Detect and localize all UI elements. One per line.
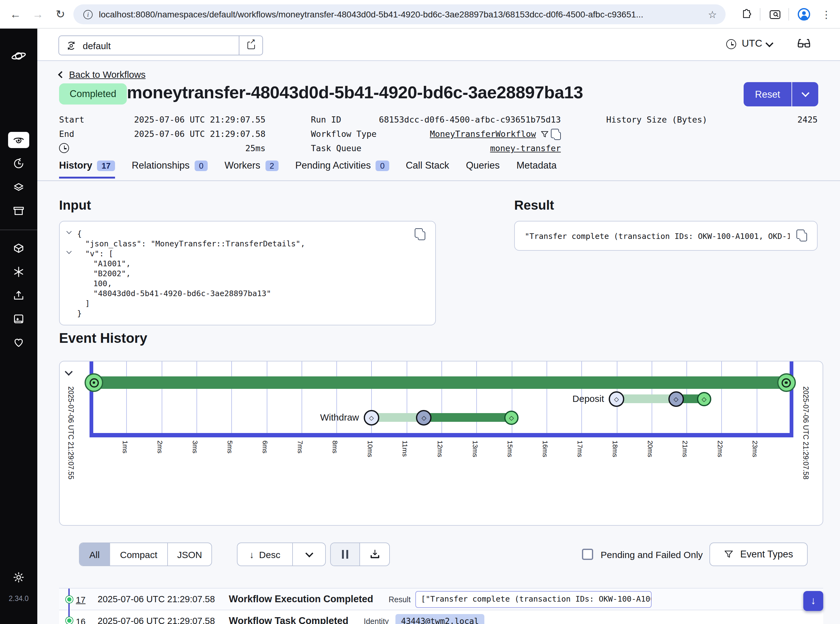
- gridline: [196, 361, 197, 433]
- temporal-logo-icon[interactable]: [8, 48, 29, 64]
- event-row[interactable]: 172025-07-06 UTC 21:29:07.58Workflow Exe…: [59, 588, 823, 610]
- result-heading: Result: [514, 198, 554, 213]
- workflow-type-value[interactable]: MoneyTransferWorkflow: [311, 129, 536, 139]
- back-to-workflows-link[interactable]: Back to Workflows: [59, 69, 145, 80]
- activity-scheduled-node[interactable]: ◇: [364, 410, 379, 425]
- json-text: ]: [85, 299, 90, 308]
- tab-history[interactable]: History17: [59, 160, 115, 179]
- address-bar[interactable]: i localhost:8080/namespaces/default/work…: [73, 5, 726, 24]
- sidebar-item-archive[interactable]: [8, 203, 29, 219]
- workflow-end-node[interactable]: [777, 373, 795, 392]
- workflow-execution-bar[interactable]: [91, 376, 786, 389]
- pending-failed-checkbox[interactable]: [582, 549, 593, 560]
- reset-dropdown-button[interactable]: [792, 82, 818, 107]
- sort-desc-button[interactable]: ↓ Desc: [237, 543, 293, 565]
- gridline: [161, 361, 162, 433]
- axis-tick-label: 8ms: [331, 440, 339, 454]
- sidebar-item-schedules[interactable]: [8, 156, 29, 172]
- timeline-collapse-button[interactable]: [66, 369, 71, 375]
- tab-label: Queries: [466, 160, 500, 171]
- event-types-button[interactable]: Event Types: [709, 542, 808, 566]
- event-id-link[interactable]: 17: [76, 595, 85, 605]
- tab-relationships[interactable]: Relationships0: [132, 160, 208, 179]
- menu-kebab-icon[interactable]: ⋮: [818, 0, 834, 29]
- status-badge: Completed: [59, 83, 127, 105]
- sidebar-item-codec[interactable]: [8, 264, 29, 280]
- tab-queries[interactable]: Queries: [466, 160, 500, 179]
- activity-scheduled-bar[interactable]: [617, 394, 676, 403]
- json-text: }: [77, 309, 82, 318]
- side-panel-icon[interactable]: [765, 0, 785, 29]
- timeline-end-label: 2025-07-06 UTC 21:29:07.58: [802, 386, 809, 479]
- json-line: "v": [: [68, 249, 410, 259]
- bookmark-star-icon[interactable]: ☆: [708, 8, 717, 20]
- tab-workers[interactable]: Workers2: [225, 160, 278, 179]
- task-queue-value[interactable]: money-transfer: [311, 143, 561, 153]
- tab-count-badge: 0: [376, 160, 389, 171]
- timezone-label[interactable]: UTC: [742, 38, 762, 49]
- tab-label: Pending Activities: [295, 160, 371, 171]
- view-option-json[interactable]: JSON: [168, 543, 211, 565]
- sidebar-item-docs[interactable]: [8, 311, 29, 327]
- json-key: "json_class": [85, 239, 142, 248]
- activity-started-node[interactable]: ◇: [668, 391, 684, 406]
- labs-glasses-icon[interactable]: [797, 37, 811, 52]
- timezone-chevron-icon[interactable]: [765, 39, 773, 47]
- run-id-value: 68153dcc-d0f6-4500-afbc-c93651b75d13: [311, 114, 561, 124]
- scroll-to-bottom-button[interactable]: ↓: [803, 591, 823, 611]
- input-copy-icon[interactable]: [418, 232, 425, 240]
- tab-metadata[interactable]: Metadata: [516, 160, 556, 179]
- event-history-timeline-panel: 1ms2ms3ms5ms6ms7ms8ms10ms11ms12ms13ms15m…: [59, 361, 823, 526]
- view-mode-group: AllCompactJSON: [79, 542, 212, 566]
- gridline: [756, 361, 757, 433]
- sidebar-item-feedback-heart[interactable]: [8, 335, 29, 351]
- tab-pending-activities[interactable]: Pending Activities0: [295, 160, 389, 179]
- json-text: :: [142, 239, 151, 248]
- result-copy-icon[interactable]: [800, 233, 807, 241]
- collapse-chevron-icon[interactable]: [66, 249, 72, 254]
- sort-dropdown-button[interactable]: [293, 543, 325, 565]
- workflow-start-node[interactable]: [85, 373, 103, 392]
- sidebar-item-batch-operations[interactable]: [8, 179, 29, 195]
- activity-label-deposit: Deposit: [523, 393, 604, 404]
- chevron-left-icon: [58, 71, 65, 78]
- sidebar-item-share[interactable]: [8, 287, 29, 304]
- workflow-metadata: Start 2025-07-06 UTC 21:29:07.55 End 202…: [59, 112, 823, 156]
- event-detail-label: Identity: [364, 617, 389, 624]
- activity-label-withdraw: Withdraw: [278, 412, 359, 422]
- event-dot: [66, 617, 72, 624]
- activity-started-node[interactable]: ◇: [416, 410, 432, 425]
- activity-completed-node[interactable]: ◇: [697, 392, 711, 406]
- url-text[interactable]: localhost:8080/namespaces/default/workfl…: [99, 9, 699, 19]
- theme-sun-icon[interactable]: [8, 569, 29, 585]
- temporal-spiral-icon: [89, 378, 99, 387]
- activity-scheduled-node[interactable]: ◇: [609, 391, 624, 406]
- profile-icon[interactable]: [793, 0, 814, 29]
- json-line: "B2002",: [68, 269, 410, 279]
- event-time: 2025-07-06 UTC 21:29:07.58: [98, 594, 215, 604]
- tab-call-stack[interactable]: Call Stack: [406, 160, 449, 179]
- pause-button[interactable]: [331, 543, 360, 565]
- namespace-open-button[interactable]: [239, 36, 262, 55]
- activity-completed-node[interactable]: ◇: [504, 410, 519, 425]
- collapse-chevron-icon[interactable]: [66, 229, 72, 234]
- browser-forward-icon[interactable]: →: [27, 0, 48, 29]
- json-text: "48043d0d-5b41-4920-bd6c-3ae28897ba13": [93, 289, 271, 298]
- view-option-all[interactable]: All: [80, 543, 110, 565]
- download-button[interactable]: [360, 543, 389, 565]
- reset-split-button[interactable]: Reset: [744, 82, 818, 107]
- extensions-icon[interactable]: [737, 0, 756, 29]
- event-id-link[interactable]: 16: [76, 616, 85, 624]
- reset-button[interactable]: Reset: [744, 82, 792, 107]
- sidebar-item-workflows[interactable]: [8, 132, 29, 148]
- activity-running-bar[interactable]: [424, 413, 512, 422]
- browser-reload-icon[interactable]: ↻: [50, 0, 71, 29]
- browser-back-icon[interactable]: ←: [5, 0, 26, 29]
- json-key: "v": [85, 249, 99, 258]
- event-row[interactable]: 162025-07-06 UTC 21:29:07.58Workflow Tas…: [59, 610, 823, 624]
- namespace-selector[interactable]: default: [59, 36, 263, 56]
- workflow-type-filter-icon[interactable]: [540, 130, 549, 141]
- site-info-icon[interactable]: i: [83, 10, 92, 19]
- sidebar-item-namespaces[interactable]: [8, 240, 29, 256]
- view-option-compact[interactable]: Compact: [110, 543, 168, 565]
